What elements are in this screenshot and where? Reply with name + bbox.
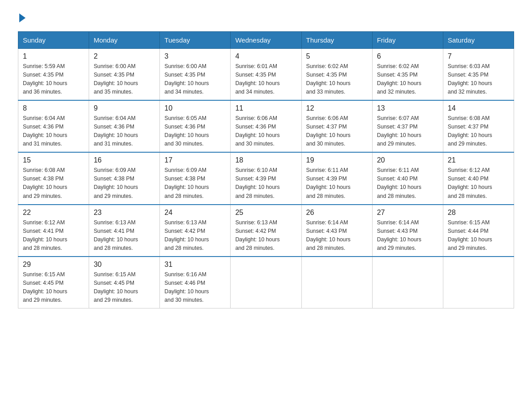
day-number: 3: [164, 52, 226, 60]
calendar-cell: 6Sunrise: 6:02 AMSunset: 4:35 PMDaylight…: [372, 49, 443, 101]
calendar-cell: 12Sunrise: 6:06 AMSunset: 4:37 PMDayligh…: [301, 100, 372, 152]
day-info: Sunrise: 6:07 AMSunset: 4:37 PMDaylight:…: [377, 114, 438, 148]
day-number: 11: [235, 104, 296, 112]
day-info: Sunrise: 6:15 AMSunset: 4:45 PMDaylight:…: [23, 270, 84, 304]
day-number: 4: [235, 52, 296, 60]
day-info: Sunrise: 6:02 AMSunset: 4:35 PMDaylight:…: [306, 62, 368, 96]
calendar-cell: 4Sunrise: 6:01 AMSunset: 4:35 PMDaylight…: [231, 49, 301, 101]
calendar-cell: 1Sunrise: 5:59 AMSunset: 4:35 PMDaylight…: [18, 49, 89, 101]
col-header-tuesday: Tuesday: [160, 32, 231, 49]
logo-arrow-icon: [19, 13, 26, 22]
day-info: Sunrise: 6:04 AMSunset: 4:36 PMDaylight:…: [94, 114, 155, 148]
calendar-cell: 16Sunrise: 6:09 AMSunset: 4:38 PMDayligh…: [89, 152, 160, 204]
day-number: 25: [235, 209, 296, 217]
day-info: Sunrise: 6:06 AMSunset: 4:37 PMDaylight:…: [306, 114, 368, 148]
col-header-wednesday: Wednesday: [231, 32, 301, 49]
day-info: Sunrise: 6:14 AMSunset: 4:43 PMDaylight:…: [306, 218, 368, 253]
calendar-cell: 25Sunrise: 6:13 AMSunset: 4:42 PMDayligh…: [231, 205, 301, 257]
calendar-cell: 17Sunrise: 6:09 AMSunset: 4:38 PMDayligh…: [160, 152, 231, 204]
day-number: 17: [164, 156, 226, 164]
day-info: Sunrise: 6:04 AMSunset: 4:36 PMDaylight:…: [23, 114, 84, 148]
calendar-cell: 9Sunrise: 6:04 AMSunset: 4:36 PMDaylight…: [89, 100, 160, 152]
calendar-cell: 28Sunrise: 6:15 AMSunset: 4:44 PMDayligh…: [443, 205, 514, 257]
calendar-header-row: SundayMondayTuesdayWednesdayThursdayFrid…: [18, 32, 514, 49]
day-info: Sunrise: 6:00 AMSunset: 4:35 PMDaylight:…: [164, 62, 226, 96]
day-number: 7: [448, 52, 509, 60]
day-number: 31: [164, 261, 226, 269]
day-number: 10: [164, 104, 226, 112]
calendar-cell: 10Sunrise: 6:05 AMSunset: 4:36 PMDayligh…: [160, 100, 231, 152]
calendar-cell: 14Sunrise: 6:08 AMSunset: 4:37 PMDayligh…: [443, 100, 514, 152]
calendar-cell: 23Sunrise: 6:13 AMSunset: 4:41 PMDayligh…: [89, 205, 160, 257]
calendar-cell: 3Sunrise: 6:00 AMSunset: 4:35 PMDaylight…: [160, 49, 231, 101]
day-number: 27: [377, 209, 438, 217]
day-info: Sunrise: 6:16 AMSunset: 4:46 PMDaylight:…: [164, 270, 226, 304]
day-number: 23: [94, 209, 155, 217]
day-info: Sunrise: 6:11 AMSunset: 4:39 PMDaylight:…: [306, 166, 368, 200]
day-info: Sunrise: 6:08 AMSunset: 4:38 PMDaylight:…: [23, 166, 84, 200]
page-header: [18, 13, 514, 22]
calendar-week-3: 15Sunrise: 6:08 AMSunset: 4:38 PMDayligh…: [18, 152, 514, 204]
day-number: 21: [448, 156, 509, 164]
calendar-cell: [231, 257, 301, 308]
day-number: 16: [94, 156, 155, 164]
calendar-cell: 20Sunrise: 6:11 AMSunset: 4:40 PMDayligh…: [372, 152, 443, 204]
day-info: Sunrise: 6:13 AMSunset: 4:41 PMDaylight:…: [94, 218, 155, 253]
calendar-cell: [443, 257, 514, 308]
day-number: 30: [94, 261, 155, 269]
calendar-cell: 13Sunrise: 6:07 AMSunset: 4:37 PMDayligh…: [372, 100, 443, 152]
calendar-week-5: 29Sunrise: 6:15 AMSunset: 4:45 PMDayligh…: [18, 257, 514, 308]
calendar-cell: 7Sunrise: 6:03 AMSunset: 4:35 PMDaylight…: [443, 49, 514, 101]
calendar-cell: 19Sunrise: 6:11 AMSunset: 4:39 PMDayligh…: [301, 152, 372, 204]
calendar-cell: [372, 257, 443, 308]
calendar-week-4: 22Sunrise: 6:12 AMSunset: 4:41 PMDayligh…: [18, 205, 514, 257]
calendar-table: SundayMondayTuesdayWednesdayThursdayFrid…: [18, 31, 514, 308]
calendar-cell: 18Sunrise: 6:10 AMSunset: 4:39 PMDayligh…: [231, 152, 301, 204]
day-number: 2: [94, 52, 155, 60]
day-number: 9: [94, 104, 155, 112]
day-info: Sunrise: 6:00 AMSunset: 4:35 PMDaylight:…: [94, 62, 155, 96]
day-info: Sunrise: 6:12 AMSunset: 4:40 PMDaylight:…: [448, 166, 509, 200]
day-number: 29: [23, 261, 84, 269]
day-number: 20: [377, 156, 438, 164]
day-number: 13: [377, 104, 438, 112]
col-header-sunday: Sunday: [18, 32, 89, 49]
day-number: 26: [306, 209, 368, 217]
day-number: 15: [23, 156, 84, 164]
day-info: Sunrise: 6:03 AMSunset: 4:35 PMDaylight:…: [448, 62, 509, 96]
day-info: Sunrise: 5:59 AMSunset: 4:35 PMDaylight:…: [23, 62, 84, 96]
day-number: 12: [306, 104, 368, 112]
day-number: 5: [306, 52, 368, 60]
col-header-monday: Monday: [89, 32, 160, 49]
day-info: Sunrise: 6:15 AMSunset: 4:44 PMDaylight:…: [448, 218, 509, 253]
day-info: Sunrise: 6:02 AMSunset: 4:35 PMDaylight:…: [377, 62, 438, 96]
col-header-friday: Friday: [372, 32, 443, 49]
day-number: 8: [23, 104, 84, 112]
day-info: Sunrise: 6:06 AMSunset: 4:36 PMDaylight:…: [235, 114, 296, 148]
calendar-cell: 2Sunrise: 6:00 AMSunset: 4:35 PMDaylight…: [89, 49, 160, 101]
day-info: Sunrise: 6:15 AMSunset: 4:45 PMDaylight:…: [94, 270, 155, 304]
day-info: Sunrise: 6:10 AMSunset: 4:39 PMDaylight:…: [235, 166, 296, 200]
calendar-week-1: 1Sunrise: 5:59 AMSunset: 4:35 PMDaylight…: [18, 49, 514, 101]
calendar-cell: 11Sunrise: 6:06 AMSunset: 4:36 PMDayligh…: [231, 100, 301, 152]
day-info: Sunrise: 6:11 AMSunset: 4:40 PMDaylight:…: [377, 166, 438, 200]
calendar-cell: 22Sunrise: 6:12 AMSunset: 4:41 PMDayligh…: [18, 205, 89, 257]
calendar-cell: 26Sunrise: 6:14 AMSunset: 4:43 PMDayligh…: [301, 205, 372, 257]
day-info: Sunrise: 6:13 AMSunset: 4:42 PMDaylight:…: [164, 218, 226, 253]
calendar-cell: 30Sunrise: 6:15 AMSunset: 4:45 PMDayligh…: [89, 257, 160, 308]
day-info: Sunrise: 6:05 AMSunset: 4:36 PMDaylight:…: [164, 114, 226, 148]
day-info: Sunrise: 6:08 AMSunset: 4:37 PMDaylight:…: [448, 114, 509, 148]
calendar-cell: 29Sunrise: 6:15 AMSunset: 4:45 PMDayligh…: [18, 257, 89, 308]
day-number: 18: [235, 156, 296, 164]
day-info: Sunrise: 6:12 AMSunset: 4:41 PMDaylight:…: [23, 218, 84, 253]
day-info: Sunrise: 6:14 AMSunset: 4:43 PMDaylight:…: [377, 218, 438, 253]
calendar-cell: 5Sunrise: 6:02 AMSunset: 4:35 PMDaylight…: [301, 49, 372, 101]
logo: [18, 13, 26, 22]
day-number: 6: [377, 52, 438, 60]
col-header-thursday: Thursday: [301, 32, 372, 49]
calendar-week-2: 8Sunrise: 6:04 AMSunset: 4:36 PMDaylight…: [18, 100, 514, 152]
calendar-cell: 15Sunrise: 6:08 AMSunset: 4:38 PMDayligh…: [18, 152, 89, 204]
day-info: Sunrise: 6:01 AMSunset: 4:35 PMDaylight:…: [235, 62, 296, 96]
day-number: 14: [448, 104, 509, 112]
calendar-cell: 21Sunrise: 6:12 AMSunset: 4:40 PMDayligh…: [443, 152, 514, 204]
